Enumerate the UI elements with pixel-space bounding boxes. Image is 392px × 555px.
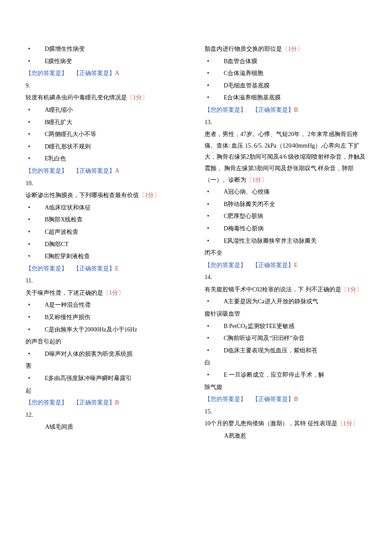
your-answer-label: 【您的答案是】: [205, 262, 246, 268]
option-text: E风湿性主动脉瓣狭窄并主动脉瓣关: [224, 235, 366, 247]
bullet-icon: •: [28, 129, 30, 140]
q14-number: 14.: [205, 272, 366, 283]
option-text: E多由高强度脉冲噪声瞬时暴露引: [45, 373, 187, 384]
q12-answer-row: 【您的答案是】 【正确答案是】B: [205, 105, 366, 116]
bullet-icon: •: [28, 312, 30, 323]
option-text: C胸前听诊可闻及“汩汩样”杂音: [224, 333, 366, 344]
q8-opt-d: • D膜增生性病变: [26, 44, 187, 55]
correct-letter: B: [294, 107, 298, 113]
option-text: B肺动脉瓣关闭不全: [224, 199, 366, 210]
correct-answer-label: 【正确答案是】: [252, 396, 294, 402]
q13-opt-e-cont: 闭不全: [205, 247, 366, 259]
q9-opt-a: •A瞳孔缩小: [26, 105, 187, 116]
q12-stem: 胎盘内进行物质交换的部位是〔1分〕: [205, 44, 366, 55]
q14-opt-d: •D临床主要表现为低血压，紫组和苍: [205, 345, 366, 357]
option-text: B又称慢性声损伤: [45, 312, 187, 323]
q14-opt-e: •E 一旦诊断成立，应立即停止手术，解: [205, 369, 366, 381]
bullet-icon: •: [207, 199, 209, 210]
q9-opt-c: •C两侧瞳孔大小不等: [26, 129, 187, 140]
bullet-icon: •: [28, 214, 30, 226]
bullet-icon: •: [28, 227, 30, 238]
q14-opt-a-cont: 腹针误吸血管: [205, 308, 366, 320]
q13-opt-a: •A冠心病、心绞痛: [205, 186, 366, 198]
correct-letter: A: [115, 168, 119, 174]
bullet-icon: •: [207, 80, 209, 92]
option-text: C合体滋养细胞: [224, 68, 366, 79]
bullet-icon: •: [207, 92, 209, 104]
option-text: D胸部CT: [45, 239, 187, 250]
q11-opt-d: •D噪声对人体的损害为听觉系统损: [26, 349, 187, 360]
q11-opt-e-cont: 起: [26, 385, 187, 397]
q11-opt-c-cont: 的声音引起的: [26, 336, 187, 348]
q10-opt-a: •A临床症状和体征: [26, 202, 187, 214]
q12-opt-c: •C合体滋养细胞: [205, 68, 366, 79]
correct-answer-label: 【正确答案是】: [73, 399, 115, 406]
q10-opt-b: •B胸部X线检查: [26, 214, 187, 226]
score-text: 〔1分〕: [341, 286, 362, 293]
bullet-icon: •: [28, 299, 30, 311]
option-text: D噪声对人体的损害为听觉系统损: [45, 349, 187, 360]
bullet-icon: •: [28, 56, 30, 67]
option-text: E乳白色: [45, 153, 187, 165]
correct-answer-label: 【正确答案是】: [252, 262, 294, 268]
q13-stem: 患者，男性，47岁。心悸、气短20年， 2年来常感胸骨后疼痛。查体: 血压 15…: [205, 129, 366, 186]
q11-number: 11.: [26, 275, 187, 287]
option-text: E 一旦诊断成立，应立即停止手术，解: [224, 369, 366, 381]
q13-opt-b: •B肺动脉瓣关闭不全: [205, 199, 366, 210]
option-text: A冠心病、心绞痛: [224, 186, 366, 198]
q8-answer-row: 【您的答案是】 【正确答案是】A: [26, 68, 187, 79]
q12-opt-b: •B血管合体膜: [205, 56, 366, 67]
q9-opt-d: •D瞳孔形状不规则: [26, 141, 187, 153]
option-text: D临床主要表现为低血压，紫组和苍: [224, 345, 366, 357]
bullet-icon: •: [28, 117, 30, 128]
option-text: A瞳孔缩小: [45, 105, 187, 116]
correct-answer-label: 【正确答案是】: [73, 265, 115, 272]
q11-opt-b: •B又称慢性声损伤: [26, 312, 187, 323]
bullet-icon: •: [28, 324, 30, 336]
bullet-icon: •: [28, 153, 30, 165]
q10-opt-c: •C超声波检查: [26, 227, 187, 238]
option-text: B PetCO₂监测较TEE更敏感: [224, 321, 366, 332]
q10-opt-d: •D胸部CT: [26, 239, 187, 250]
score-text: 〔1分〕: [246, 177, 267, 183]
bullet-icon: •: [28, 141, 30, 153]
q13-answer-row: 【您的答案是】 【正确答案是】E: [205, 260, 366, 271]
option-text: E合体滋养细胞基底膜: [224, 92, 366, 104]
bullet-icon: •: [28, 105, 30, 116]
q9-number: 9.: [26, 80, 187, 92]
q14-answer-row: 【您的答案是】 【正确答案是】B: [205, 394, 366, 405]
q15-number: 15.: [205, 406, 366, 418]
q11-opt-a: •A是一种混合性聋: [26, 299, 187, 311]
option-text: C两侧瞳孔大小不等: [45, 129, 187, 140]
score-text: 〔1分〕: [337, 420, 358, 427]
bullet-icon: •: [28, 373, 30, 384]
q10-stem: 诊断渗出性胸膜炎，下列哪项检查最有价值〔1分〕: [26, 190, 187, 201]
bullet-icon: •: [207, 186, 209, 198]
correct-letter: B: [294, 396, 298, 402]
option-text: B胸部X线检查: [45, 214, 187, 226]
stem-text: 10个月的婴儿患佝偻病（激期），其特 征性表现是: [205, 420, 337, 427]
stem-text: 胎盘内进行物质交换的部位是: [205, 46, 282, 52]
your-answer-label: 【您的答案是】: [26, 70, 67, 76]
q11-opt-e: •E多由高强度脉冲噪声瞬时暴露引: [26, 373, 187, 384]
q14-opt-a: •A主要是因为Ca进入开放的静脉或气: [205, 296, 366, 308]
stem-text: 患者，男性，47岁。心悸、气短20年， 2年来常感胸骨后疼痛。查体: 血压 15…: [205, 131, 366, 183]
correct-answer-label: 【正确答案是】: [252, 107, 294, 113]
right-column: 胎盘内进行物质交换的部位是〔1分〕 •B血管合体膜 •C合体滋养细胞 •D毛细血…: [205, 43, 366, 442]
q8-opt-e: • E膜性病变: [26, 56, 187, 67]
correct-answer-label: 【正确答案是】: [73, 70, 115, 76]
q11-opt-c: •C是由频率大于20000Hz及小于16Hz: [26, 324, 187, 336]
bullet-icon: •: [28, 251, 30, 262]
bullet-icon: •: [207, 321, 209, 332]
your-answer-label: 【您的答案是】: [205, 396, 246, 402]
q12-opt-d: •D毛细血管基底膜: [205, 80, 366, 92]
option-text: C肥厚型心脏病: [224, 211, 366, 222]
q13-number: 13.: [205, 117, 366, 128]
option-text: B血管合体膜: [224, 56, 366, 67]
option-text: C超声波检查: [45, 227, 187, 238]
score-text: 〔1分〕: [282, 46, 303, 52]
your-answer-label: 【您的答案是】: [26, 265, 67, 272]
q10-number: 10.: [26, 178, 187, 189]
score-text: 〔1分〕: [139, 192, 160, 198]
bullet-icon: •: [207, 211, 209, 222]
